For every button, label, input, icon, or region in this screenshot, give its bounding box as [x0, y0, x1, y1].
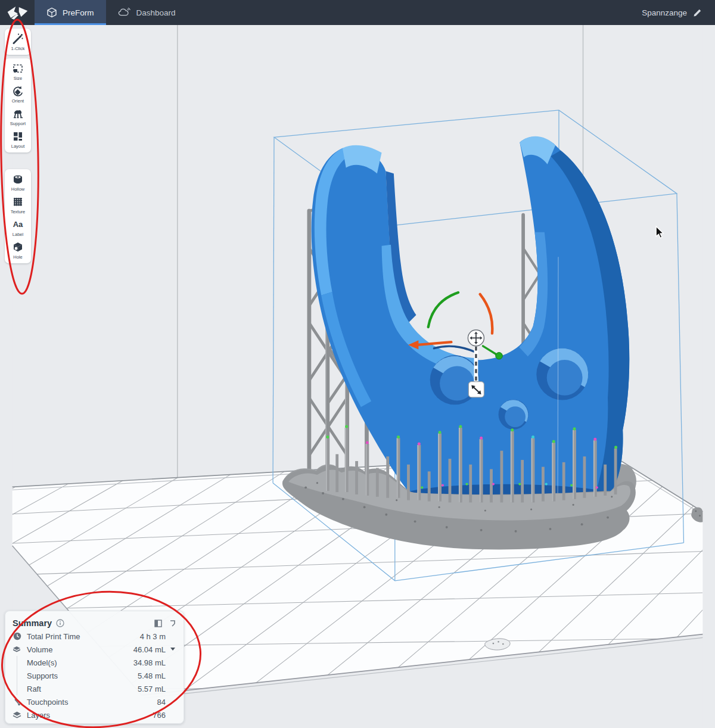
- supports-value: 5.48 mL: [138, 671, 176, 680]
- tool-label: Hollow: [11, 186, 25, 192]
- tool-orient[interactable]: Orient: [5, 83, 31, 105]
- size-icon: [12, 63, 24, 74]
- volume-dropdown-caret[interactable]: [170, 648, 175, 651]
- edit-pencil-icon[interactable]: [693, 8, 702, 17]
- tool-label: Hole: [13, 254, 22, 260]
- summary-row-print-time: Total Print Time 4 h 3 m: [13, 630, 176, 643]
- project-name: Spannzange: [642, 8, 687, 17]
- label-aa-icon: Aa: [12, 219, 24, 231]
- summary-row-touchpoints: Touchpoints 84: [13, 695, 176, 708]
- cube-icon: [46, 7, 57, 18]
- pin-icon[interactable]: [169, 620, 176, 627]
- layers-icon: [13, 711, 21, 719]
- tool-label-text[interactable]: Aa Label: [5, 216, 31, 239]
- tool-texture[interactable]: Texture: [5, 194, 31, 216]
- tool-size[interactable]: Size: [5, 60, 31, 83]
- hollow-icon: [12, 173, 24, 185]
- print-time-value: 4 h 3 m: [140, 632, 176, 641]
- tab-dashboard-label: Dashboard: [136, 8, 176, 17]
- preform-window: PreForm Dashboard Spannzange: [0, 0, 715, 728]
- toolbar-group-prepare: Size Orient Support Layout: [5, 58, 31, 153]
- panel-toggle-icon[interactable]: [154, 620, 163, 627]
- toolbar-group-modify: Hollow Texture Aa Label Hole: [5, 169, 31, 263]
- top-bar: PreForm Dashboard Spannzange: [0, 0, 715, 25]
- viewport-3d[interactable]: 1-Click Size Orient Support: [0, 25, 715, 728]
- tool-layout[interactable]: Layout: [5, 128, 31, 151]
- butterfly-icon: [5, 4, 29, 21]
- tool-support[interactable]: Support: [5, 105, 31, 128]
- touchpoint-icon: [13, 698, 21, 706]
- tool-hole[interactable]: Hole: [5, 239, 31, 262]
- orient-icon: [12, 85, 24, 97]
- tab-preform[interactable]: PreForm: [35, 0, 106, 25]
- model-pocket-right: [536, 349, 588, 400]
- summary-row-volume: Volume 46.04 mL: [13, 643, 176, 656]
- tool-label: Layout: [11, 144, 25, 149]
- models-value: 34.98 mL: [133, 658, 176, 667]
- toolbar-group-oneclick: 1-Click: [5, 29, 31, 55]
- tab-preform-label: PreForm: [63, 8, 94, 17]
- summary-row-raft: Raft 5.57 mL: [13, 682, 176, 695]
- gizmo-drag-handle[interactable]: [468, 382, 484, 397]
- tool-label: Support: [10, 121, 26, 126]
- summary-row-layers: Layers 766: [13, 708, 176, 721]
- touchpoints-value: 84: [157, 698, 176, 707]
- raft-value: 5.57 mL: [138, 685, 176, 693]
- cloud-icon: [118, 7, 131, 18]
- formlabs-logo[interactable]: [0, 0, 35, 25]
- support-icon: [12, 108, 24, 120]
- magic-wand-icon: [12, 33, 24, 45]
- tool-label: Orient: [12, 98, 24, 104]
- tool-label: Label: [13, 232, 23, 237]
- tool-label: Texture: [11, 209, 26, 214]
- tool-label: 1-Click: [11, 46, 25, 51]
- tool-label: Size: [14, 76, 23, 81]
- layout-icon: [12, 130, 24, 142]
- tool-one-click[interactable]: 1-Click: [5, 30, 31, 53]
- volume-icon: [13, 645, 21, 654]
- clock-icon: [13, 632, 21, 640]
- tab-dashboard[interactable]: Dashboard: [106, 0, 188, 25]
- model-pocket-small: [499, 400, 529, 430]
- summary-title: Summary: [13, 618, 52, 628]
- info-icon[interactable]: [56, 619, 64, 627]
- hole-icon: [12, 241, 24, 253]
- texture-icon: [12, 196, 24, 208]
- gizmo-center-knob[interactable]: [468, 330, 484, 346]
- tool-hollow[interactable]: Hollow: [5, 171, 31, 194]
- summary-row-models: Model(s) 34.98 mL: [13, 656, 176, 669]
- summary-row-supports: Supports 5.48 mL: [13, 669, 176, 682]
- summary-panel: Summary: [5, 611, 184, 724]
- layers-value: 766: [153, 711, 176, 720]
